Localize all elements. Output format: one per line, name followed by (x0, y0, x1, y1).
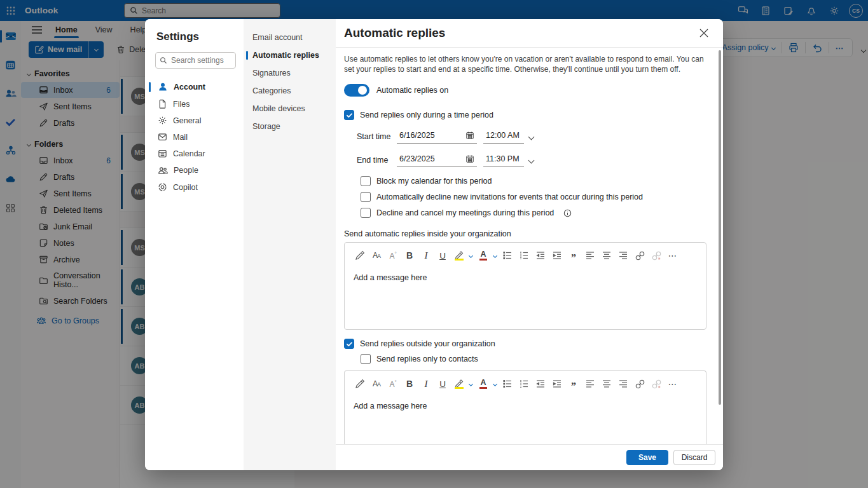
toggle-label: Automatic replies on (376, 86, 448, 95)
subnav-storage[interactable]: Storage (244, 118, 336, 135)
font-color-icon[interactable]: A (476, 376, 491, 391)
outside-org-label: Send replies outside your organization (360, 339, 495, 348)
chevron-down-icon[interactable] (491, 248, 499, 263)
underline-icon[interactable]: U (435, 248, 450, 263)
subnav-automatic-replies[interactable]: Automatic replies (244, 47, 336, 64)
subnav-signatures[interactable]: Signatures (244, 65, 336, 81)
settings-nav-copilot[interactable]: Copilot (155, 179, 236, 195)
align-right-icon[interactable] (616, 376, 631, 391)
quote-icon[interactable]: ” (566, 376, 581, 391)
outside-message-input[interactable]: Add a message here (345, 394, 706, 418)
gear-icon (158, 116, 167, 125)
outside-org-checkbox[interactable] (344, 339, 354, 349)
block-calendar-checkbox[interactable] (361, 176, 371, 186)
settings-search-input[interactable] (171, 56, 231, 65)
subnav-email-account[interactable]: Email account (244, 29, 336, 46)
chevron-down-icon[interactable] (467, 376, 474, 391)
settings-subnav-column: Email account Automatic replies Signatur… (244, 19, 336, 470)
calendar-icon (158, 149, 167, 158)
calendar-picker-icon[interactable] (465, 154, 474, 163)
subnav-mobile-devices[interactable]: Mobile devices (244, 100, 336, 117)
settings-nav-calendar[interactable]: Calendar (155, 146, 236, 161)
font-size-icon[interactable]: A° (385, 248, 401, 263)
bold-icon[interactable]: B (402, 248, 417, 263)
settings-nav-mail[interactable]: Mail (155, 129, 236, 145)
align-center-icon[interactable] (599, 248, 614, 263)
outdent-icon[interactable] (533, 376, 548, 391)
bullet-list-icon[interactable] (500, 376, 515, 391)
page-title: Automatic replies (344, 26, 695, 40)
editor-toolbar: AA A° B I U A ” (345, 371, 706, 394)
settings-search[interactable] (155, 52, 236, 69)
outside-org-editor[interactable]: AA A° B I U A ” (344, 370, 706, 444)
settings-nav-account[interactable]: Account (155, 79, 236, 95)
discard-button[interactable]: Discard (673, 450, 715, 465)
contacts-only-checkbox[interactable] (361, 354, 371, 364)
description-text: Use automatic replies to let others know… (344, 54, 706, 74)
align-center-icon[interactable] (599, 376, 614, 391)
chevron-down-icon[interactable] (467, 248, 474, 263)
settings-nav-people[interactable]: People (155, 162, 236, 179)
chevron-down-icon[interactable] (528, 133, 535, 140)
settings-dialog: Settings Account Files General Mail (145, 19, 723, 470)
save-button[interactable]: Save (626, 450, 668, 465)
bold-icon[interactable]: B (402, 376, 417, 391)
more-options-icon[interactable]: ⋯ (665, 376, 680, 391)
file-icon (158, 99, 167, 109)
quote-icon[interactable]: ” (566, 248, 581, 263)
indent-icon[interactable] (549, 376, 565, 391)
close-icon[interactable] (695, 24, 713, 42)
inside-org-label: Send automatic replies inside your organ… (344, 229, 706, 238)
insert-link-icon[interactable] (632, 248, 647, 263)
font-icon[interactable]: AA (369, 376, 384, 391)
search-icon (160, 57, 167, 64)
decline-invitations-checkbox[interactable] (361, 192, 371, 202)
end-time-field[interactable]: 11:30 PM (483, 153, 524, 167)
subnav-categories[interactable]: Categories (244, 83, 336, 99)
remove-link-icon[interactable] (649, 248, 664, 263)
inside-message-input[interactable]: Add a message here (345, 266, 706, 290)
chevron-down-icon[interactable] (491, 376, 499, 391)
inside-org-editor[interactable]: AA A° B I U A ” (344, 242, 706, 330)
panel-scrollbar[interactable] (719, 50, 721, 405)
start-date-field[interactable]: 6/16/2025 (397, 130, 477, 144)
italic-icon[interactable]: I (418, 376, 434, 391)
bullet-list-icon[interactable] (500, 248, 515, 263)
start-time-label: Start time (357, 132, 397, 141)
align-left-icon[interactable] (582, 248, 598, 263)
indent-icon[interactable] (549, 248, 565, 263)
align-left-icon[interactable] (582, 376, 598, 391)
dialog-footer: Save Discard (336, 444, 723, 470)
time-period-checkbox[interactable] (344, 110, 354, 120)
chevron-down-icon[interactable] (528, 157, 535, 163)
calendar-picker-icon[interactable] (465, 131, 474, 140)
more-options-icon[interactable]: ⋯ (665, 248, 680, 263)
insert-link-icon[interactable] (632, 376, 647, 391)
underline-icon[interactable]: U (435, 376, 450, 391)
numbered-list-icon[interactable] (516, 376, 532, 391)
format-painter-icon[interactable] (352, 248, 368, 263)
editor-toolbar: AA A° B I U A ” (345, 243, 706, 266)
info-icon[interactable] (563, 209, 572, 217)
decline-cancel-meetings-checkbox[interactable] (361, 208, 371, 218)
format-painter-icon[interactable] (352, 376, 368, 391)
text-highlight-icon[interactable] (451, 248, 467, 263)
copilot-icon (158, 182, 167, 192)
italic-icon[interactable]: I (418, 248, 434, 263)
font-size-icon[interactable]: A° (385, 376, 401, 391)
start-time-field[interactable]: 12:00 AM (483, 130, 524, 144)
numbered-list-icon[interactable] (516, 248, 532, 263)
end-date-field[interactable]: 6/23/2025 (397, 153, 477, 167)
panel-content: Use automatic replies to let others know… (336, 48, 723, 444)
font-color-icon[interactable]: A (476, 248, 491, 263)
automatic-replies-toggle[interactable] (344, 84, 369, 97)
text-highlight-icon[interactable] (451, 376, 467, 391)
settings-nav-general[interactable]: General (155, 112, 236, 128)
align-right-icon[interactable] (616, 248, 631, 263)
outdent-icon[interactable] (533, 248, 548, 263)
font-icon[interactable]: AA (369, 248, 384, 263)
settings-nav-column: Settings Account Files General Mail (145, 19, 244, 470)
mail-icon (158, 132, 167, 142)
remove-link-icon[interactable] (649, 376, 664, 391)
settings-nav-files[interactable]: Files (155, 96, 236, 112)
